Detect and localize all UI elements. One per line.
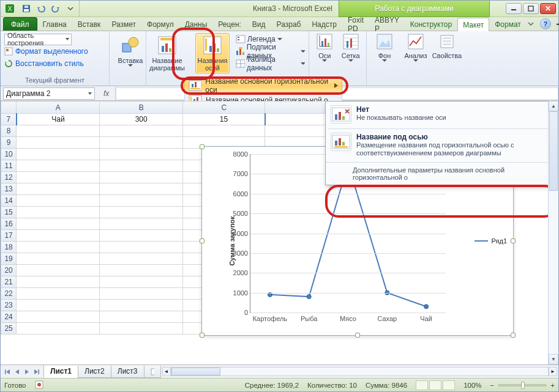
tab-nav-next[interactable] [23, 368, 31, 376]
row-header-24[interactable]: 24 [1, 311, 17, 323]
tab-nav-prev[interactable] [13, 368, 21, 376]
row-header-23[interactable]: 23 [1, 300, 17, 311]
close-button[interactable]: ✕ [540, 3, 556, 14]
horizontal-scrollbar[interactable]: ◄ ► [161, 367, 558, 376]
fx-label[interactable]: fx [101, 89, 111, 98]
scroll-down-button[interactable]: ▼ [549, 354, 558, 364]
analysis-button[interactable]: Анализ [402, 33, 430, 73]
new-sheet-button[interactable] [144, 366, 161, 378]
maximize-button[interactable] [523, 3, 539, 14]
row-header-21[interactable]: 21 [1, 276, 17, 288]
row-header-16[interactable]: 16 [1, 218, 17, 230]
sheet-tab-2[interactable]: Лист2 [78, 366, 111, 378]
minimize-button[interactable] [506, 3, 522, 14]
help-button[interactable]: ? [540, 18, 551, 29]
properties-button[interactable]: Свойства [433, 33, 461, 73]
tab-addins[interactable]: Надстр [306, 17, 342, 31]
tab-page-layout[interactable]: Размет [106, 17, 141, 31]
scroll-up-button[interactable]: ▲ [549, 101, 558, 111]
zoom-percentage[interactable]: 100% [463, 382, 481, 389]
chart-legend[interactable]: Ряд1 [475, 237, 507, 245]
zoom-in-button[interactable]: + [550, 382, 555, 389]
resize-handle[interactable] [511, 239, 516, 243]
macro-record-icon[interactable] [35, 380, 43, 390]
cell-A7[interactable]: Чай [17, 114, 100, 125]
tab-nav-first[interactable] [3, 368, 12, 376]
sheet-tab-3[interactable]: Лист3 [111, 366, 144, 378]
reset-style-link[interactable]: Восстановить стиль [4, 57, 105, 70]
chart-y-axis-title[interactable]: Сумма закупок [228, 216, 236, 265]
sheet-tab-1[interactable]: Лист1 [43, 366, 78, 378]
row-header-12[interactable]: 12 [1, 172, 17, 183]
vertical-scrollbar[interactable]: ▲ ▼ [548, 101, 558, 364]
chart-title-button[interactable]: Название диаграммы [150, 33, 184, 73]
row-header-20[interactable]: 20 [1, 265, 17, 276]
option-title-below-axis[interactable]: Название под осью Размещение названия по… [326, 129, 557, 162]
select-all-corner[interactable] [1, 102, 17, 114]
resize-handle[interactable] [200, 144, 204, 149]
col-header-B[interactable]: B [100, 102, 183, 114]
worksheet-area[interactable]: A B C 7 Чай 300 15 8 9 10 11 12 13 14 15… [1, 101, 558, 364]
tab-view[interactable]: Вид [247, 17, 271, 31]
row-header-11[interactable]: 11 [1, 160, 17, 172]
row-header-18[interactable]: 18 [1, 242, 17, 253]
row-header-19[interactable]: 19 [1, 253, 17, 265]
gridlines-button[interactable]: Сетка [339, 33, 363, 73]
tab-data[interactable]: Данны [179, 17, 213, 31]
resize-handle[interactable] [200, 333, 204, 338]
cell-C7[interactable]: 15 [183, 114, 265, 125]
hscroll-thumb[interactable] [171, 368, 220, 375]
scroll-thumb[interactable] [549, 111, 558, 191]
col-header-C[interactable]: C [183, 102, 265, 114]
submenu-horizontal-axis-title[interactable]: Название основной горизонтальной оси [184, 78, 342, 93]
zoom-out-button[interactable]: − [490, 382, 495, 389]
row-header-8[interactable]: 8 [1, 125, 17, 137]
name-box[interactable]: Диаграмма 2 [3, 87, 95, 100]
resize-handle[interactable] [355, 333, 360, 338]
redo-icon[interactable] [50, 2, 62, 15]
tab-file[interactable]: Файл [3, 17, 37, 31]
axis-titles-button[interactable]: Названия осей [195, 33, 230, 73]
excel-system-icon[interactable]: X [4, 3, 15, 14]
option-more-parameters[interactable]: Дополнительные параметры названия основн… [326, 162, 557, 185]
data-table-button[interactable]: Таблица данных [236, 57, 305, 70]
tab-chart-format[interactable]: Формат [489, 17, 527, 31]
zoom-thumb[interactable] [521, 382, 525, 389]
row-header-7[interactable]: 7 [1, 114, 17, 125]
tab-chart-layout[interactable]: Макет [457, 18, 489, 31]
ribbon-minimize-icon[interactable] [527, 20, 535, 28]
row-header-14[interactable]: 14 [1, 195, 17, 207]
workbook-minimize-icon[interactable] [556, 20, 559, 28]
tab-formulas[interactable]: Формул [141, 17, 179, 31]
tab-developer[interactable]: Разраб [271, 17, 307, 31]
tab-insert[interactable]: Вставк [72, 17, 107, 31]
zoom-slider[interactable]: − + [490, 382, 555, 389]
tab-nav-last[interactable] [32, 368, 41, 376]
format-selection-link[interactable]: Формат выделенного [4, 45, 105, 57]
row-header-25[interactable]: 25 [1, 323, 17, 335]
row-header-15[interactable]: 15 [1, 207, 17, 218]
row-header-22[interactable]: 22 [1, 288, 17, 300]
tab-chart-design[interactable]: Конструктор [405, 17, 457, 31]
undo-icon[interactable] [35, 2, 47, 15]
tab-home[interactable]: Главна [37, 17, 72, 31]
axes-button[interactable]: Оси [313, 33, 337, 73]
row-header-13[interactable]: 13 [1, 183, 17, 195]
row-header-10[interactable]: 10 [1, 149, 17, 160]
tab-review[interactable]: Рецен: [212, 17, 247, 31]
tab-foxit[interactable]: Foxit PD [342, 17, 369, 31]
row-header-9[interactable]: 9 [1, 137, 17, 149]
qat-customize-icon[interactable] [64, 2, 77, 15]
tab-abbyy[interactable]: ABBYY P [369, 17, 405, 31]
resize-handle[interactable] [200, 239, 204, 243]
save-icon[interactable] [20, 2, 32, 15]
chart-element-selector[interactable]: Область построения [4, 34, 72, 45]
cell-B7[interactable]: 300 [100, 114, 183, 125]
col-header-A[interactable]: A [17, 102, 100, 114]
insert-shapes-button[interactable]: Вставка [113, 33, 148, 73]
option-none[interactable]: Нет Не показывать название оси [326, 102, 557, 128]
resize-handle[interactable] [511, 333, 516, 338]
view-buttons[interactable] [416, 380, 455, 390]
background-button[interactable]: Фон [370, 33, 399, 73]
row-header-17[interactable]: 17 [1, 230, 17, 242]
